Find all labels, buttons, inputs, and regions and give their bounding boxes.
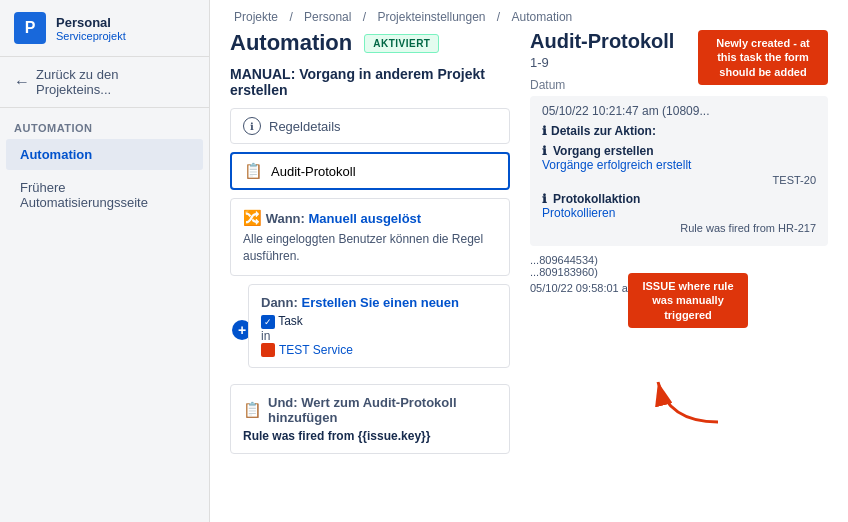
trigger-label: Wann: [266,211,305,226]
action-label-prefix: Dann: [261,295,298,310]
vorgang-meta: TEST-20 [542,174,816,186]
regeldetails-card[interactable]: ℹ Regeldetails [230,108,510,144]
issue-annotation: ISSUE where rule was manually triggered [628,273,748,328]
breadcrumb-projekteinstellungen: Projekteinstellungen [377,10,485,24]
action-card: Dann: Erstellen Sie einen neuen ✓ Task i… [248,284,510,368]
audit-title-area: Audit-Protokoll 1-9 [530,30,674,78]
left-panel: Automation AKTIVIERT MANUAL: Vorgang in … [230,30,510,512]
und-title: 📋 Und: Wert zum Audit-Protokoll hinzufüg… [243,395,497,425]
checkbox-icon: ✓ [261,315,275,329]
main-content: Projekte / Personal / Projekteinstellung… [210,0,848,522]
breadcrumb-sep2: / [363,10,370,24]
audit-protokoll-label: Audit-Protokoll [271,164,356,179]
protokoll-icon: ℹ [542,192,547,206]
back-icon: ← [14,73,30,91]
audit-title: Audit-Protokoll [530,30,674,53]
audit-protokoll-card[interactable]: 📋 Audit-Protokoll [230,152,510,190]
action-title: Dann: Erstellen Sie einen neuen [261,295,497,310]
und-card: 📋 Und: Wert zum Audit-Protokoll hinzufüg… [230,384,510,454]
sidebar-item-fruhere[interactable]: Frühere Automatisierungsseite [6,172,203,218]
und-desc: Rule was fired from {{issue.key}} [243,429,497,443]
trigger-icon: 🔀 [243,209,262,226]
breadcrumb-personal: Personal [304,10,351,24]
back-link[interactable]: ← Zurück zu den Projekteins... [0,57,209,108]
regeldetails-header: ℹ Regeldetails [231,109,509,143]
page-title: Automation [230,30,352,56]
audit-partial-area: ...809644534) ...809183960) ISSUE where … [530,254,828,278]
audit-section-protokoll: ℹ Protokollaktion Protokollieren Rule wa… [542,192,816,234]
protokoll-title: ℹ Protokollaktion [542,192,816,206]
breadcrumb-sep3: / [497,10,504,24]
action-in-label: in [261,329,497,343]
breadcrumb-projekte: Projekte [234,10,278,24]
project-name: Personal [56,15,126,30]
action-wrapper: + Dann: Erstellen Sie einen neuen ✓ Task… [242,284,510,376]
project-subtype: Serviceprojekt [56,30,126,42]
breadcrumb-automation: Automation [512,10,573,24]
newly-created-annotation: Newly created - at this task the form sh… [698,30,828,85]
action-service: TEST Service [261,343,497,357]
info-icon-audit: ℹ [542,124,547,138]
trigger-value: Manuell ausgelöst [308,211,421,226]
content-area: Automation AKTIVIERT MANUAL: Vorgang in … [210,30,848,522]
audit-protokoll-content: 📋 Audit-Protokoll [232,154,508,188]
protokoll-link[interactable]: Protokollieren [542,206,816,220]
audit-timestamp-1: 05/10/22 10:21:47 am (10809... [542,104,816,118]
action-label-suffix: Erstellen Sie einen neuen [301,295,459,310]
back-label: Zurück zu den Projekteins... [36,67,195,97]
project-header: P Personal Serviceprojekt [0,0,209,57]
protokoll-meta: Rule was fired from HR-217 [542,222,816,234]
regeldetails-label: Regeldetails [269,119,341,134]
und-doc-icon: 📋 [243,401,262,419]
project-info: Personal Serviceprojekt [56,15,126,42]
issue-arrow [648,372,728,432]
doc-icon: 📋 [244,162,263,180]
action-detail: ✓ Task in TEST Service [261,314,497,357]
audit-section-vorgang: ℹ Vorgang erstellen Vorgänge erfolgreich… [542,144,816,186]
action-type: ✓ Task [261,314,497,329]
trigger-card: 🔀 Wann: Manuell ausgelöst Alle eingelogg… [230,198,510,276]
sidebar-item-automation[interactable]: Automation [6,139,203,170]
activated-badge: AKTIVIERT [364,34,439,53]
audit-range: 1-9 [530,55,674,70]
und-label-prefix: Und: [268,395,298,410]
vorgang-icon: ℹ [542,144,547,158]
vorgang-link[interactable]: Vorgänge erfolgreich erstellt [542,158,816,172]
trigger-desc: Alle eingeloggten Benutzer können die Re… [243,231,497,265]
audit-header-area: Audit-Protokoll 1-9 Newly created - at t… [530,30,828,78]
breadcrumb: Projekte / Personal / Projekteinstellung… [210,0,848,30]
info-icon: ℹ [243,117,261,135]
rule-name: MANUAL: Vorgang in anderem Projekt erste… [230,66,510,98]
sidebar: P Personal Serviceprojekt ← Zurück zu de… [0,0,210,522]
breadcrumb-sep1: / [289,10,296,24]
audit-details-label: ℹ Details zur Aktion: [542,124,816,138]
right-panel: Audit-Protokoll 1-9 Newly created - at t… [530,30,828,512]
project-icon: P [14,12,46,44]
trigger-title: 🔀 Wann: Manuell ausgelöst [243,209,497,227]
vorgang-erstellen-title: ℹ Vorgang erstellen [542,144,816,158]
sidebar-section-label: AUTOMATION [0,108,209,138]
audit-partial-1: ...809644534) [530,254,828,266]
service-icon [261,343,275,357]
audit-entry-1: 05/10/22 10:21:47 am (10809... ℹ Details… [530,96,828,246]
automation-header: Automation AKTIVIERT [230,30,510,56]
